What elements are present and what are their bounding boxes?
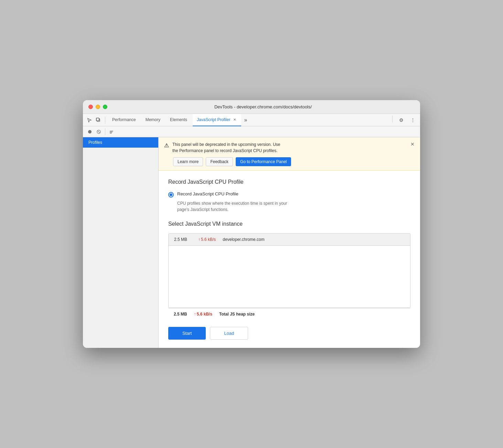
warning-icon: ⚠	[164, 142, 169, 149]
vm-size: 2.5 MB	[174, 237, 191, 242]
divider-1	[105, 117, 105, 124]
record-button[interactable]	[86, 128, 94, 136]
load-button[interactable]: Load	[210, 327, 248, 340]
learn-more-button[interactable]: Learn more	[173, 157, 203, 166]
svg-line-4	[98, 131, 100, 133]
start-button[interactable]: Start	[168, 327, 206, 340]
clear-button[interactable]	[107, 128, 116, 136]
tab-js-profiler[interactable]: JavaScript Profiler ✕	[193, 114, 241, 126]
profile-actions: Start Load	[168, 327, 410, 340]
titlebar: DevTools - developer.chrome.com/docs/dev…	[83, 100, 420, 114]
more-tabs-icon[interactable]: »	[243, 117, 248, 123]
vm-section-title: Select JavaScript VM instance	[168, 221, 410, 227]
feedback-button[interactable]: Feedback	[206, 157, 233, 166]
deprecation-warning-banner: ⚠ This panel will be deprecated in the u…	[159, 137, 420, 171]
radio-button[interactable]	[168, 192, 174, 198]
tab-close-icon[interactable]: ✕	[232, 117, 237, 122]
main-content: ⚠ This panel will be deprecated in the u…	[159, 137, 420, 348]
footer-speed-value: 5.6 kB/s	[197, 312, 212, 317]
vm-footer-speed: ↑ 5.6 kB/s	[194, 312, 212, 317]
warning-actions: Learn more Feedback Go to Performance Pa…	[173, 157, 415, 166]
cursor-icon[interactable]	[86, 116, 93, 124]
vm-empty-space	[169, 246, 410, 308]
divider-2	[392, 116, 393, 122]
radio-label: Record JavaScript CPU Profile	[177, 191, 238, 196]
radio-selected-indicator	[170, 193, 172, 196]
stop-button[interactable]	[95, 128, 103, 136]
svg-rect-5	[110, 131, 113, 131]
devtools-secondary-toolbar	[83, 126, 420, 137]
radio-description: CPU profiles show where the execution ti…	[177, 200, 410, 213]
tab-performance[interactable]: Performance	[108, 114, 140, 126]
vm-speed-value: 5.6 kB/s	[201, 237, 216, 242]
svg-rect-6	[110, 132, 113, 132]
warning-text: This panel will be deprecated in the upc…	[172, 141, 280, 154]
svg-rect-1	[96, 118, 99, 121]
radio-option-content: Record JavaScript CPU Profile	[177, 191, 238, 196]
maximize-button[interactable]	[103, 105, 107, 109]
traffic-lights	[88, 105, 107, 109]
go-to-performance-panel-button[interactable]: Go to Performance Panel	[236, 157, 291, 166]
warning-top: ⚠ This panel will be deprecated in the u…	[164, 141, 415, 154]
vm-item[interactable]: 2.5 MB ↑ 5.6 kB/s developer.chrome.com	[169, 234, 410, 246]
tab-memory[interactable]: Memory	[141, 114, 164, 126]
close-button[interactable]	[88, 105, 93, 109]
copy-icon[interactable]	[95, 116, 102, 124]
profile-content: Record JavaScript CPU Profile Record Jav…	[159, 171, 420, 348]
svg-rect-7	[110, 133, 112, 134]
window-title: DevTools - developer.chrome.com/docs/dev…	[111, 104, 415, 109]
vm-list: 2.5 MB ↑ 5.6 kB/s developer.chrome.com	[168, 233, 410, 308]
main-area: Profiles ⚠ This panel will be deprecated…	[83, 137, 420, 348]
divider-3	[105, 128, 105, 135]
vm-speed: ↑ 5.6 kB/s	[198, 237, 216, 242]
sidebar-item-profiles[interactable]: Profiles	[83, 137, 158, 148]
settings-icon[interactable]: ⚙	[397, 116, 406, 125]
vm-footer: 2.5 MB ↑ 5.6 kB/s Total JS heap size	[168, 308, 410, 320]
toolbar-right-actions: ⚙ ⋮	[391, 116, 417, 125]
vm-section: Select JavaScript VM instance 2.5 MB ↑ 5…	[168, 221, 410, 320]
tab-elements[interactable]: Elements	[166, 114, 191, 126]
more-options-icon[interactable]: ⋮	[408, 116, 417, 125]
vm-url: developer.chrome.com	[223, 237, 264, 242]
sidebar: Profiles	[83, 137, 159, 348]
tabs-toolbar: Performance Memory Elements JavaScript P…	[83, 114, 420, 126]
profile-section-title: Record JavaScript CPU Profile	[168, 179, 410, 185]
devtools-window: DevTools - developer.chrome.com/docs/dev…	[83, 100, 420, 348]
radio-option-cpu-profile[interactable]: Record JavaScript CPU Profile	[168, 191, 410, 198]
vm-footer-size: 2.5 MB	[174, 312, 187, 317]
vm-speed-arrow: ↑	[198, 237, 200, 242]
minimize-button[interactable]	[96, 105, 100, 109]
footer-speed-arrow: ↑	[194, 312, 196, 317]
warning-close-button[interactable]: ✕	[409, 141, 416, 148]
vm-footer-label: Total JS heap size	[219, 312, 255, 317]
